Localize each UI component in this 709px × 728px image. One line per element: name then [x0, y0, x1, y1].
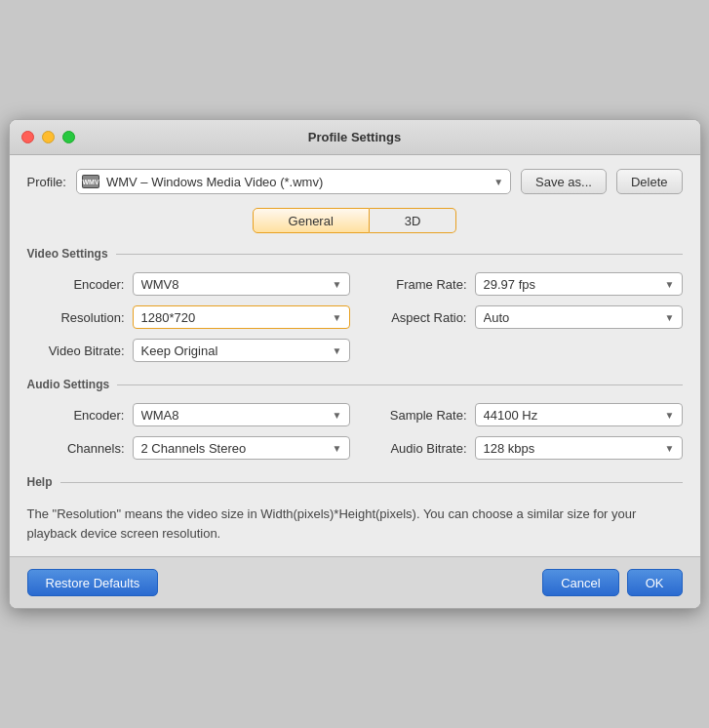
profile-dropdown[interactable]: WMV – Windows Media Video (*.wmv): [76, 169, 511, 194]
audio-bitrate-dropdown[interactable]: 128 kbps: [475, 436, 683, 460]
video-settings-title: Video Settings: [27, 247, 108, 261]
audio-settings-section: Audio Settings Encoder: WMA8 ▼ Sample: [27, 378, 683, 460]
encoder-field-row: Encoder: WMV8 ▼: [37, 272, 350, 296]
traffic-lights: [21, 131, 75, 143]
audio-encoder-select-wrapper: WMA8 ▼: [133, 403, 350, 426]
audio-encoder-label: Encoder:: [37, 408, 125, 423]
channels-label: Channels:: [37, 441, 125, 456]
profile-label: Profile:: [27, 175, 66, 189]
audio-encoder-field-row: Encoder: WMA8 ▼: [37, 403, 350, 426]
aspect-ratio-field-row: Aspect Ratio: Auto ▼: [370, 305, 683, 329]
delete-button[interactable]: Delete: [616, 169, 683, 194]
resolution-field-row: Resolution: ▼: [37, 305, 350, 329]
tabs-row: General 3D: [27, 208, 683, 233]
encoder-dropdown[interactable]: WMV8: [133, 272, 350, 296]
resolution-input[interactable]: [133, 305, 350, 329]
sample-rate-select-wrapper: 44100 Hz ▼: [475, 403, 683, 426]
footer-right-buttons: Cancel OK: [542, 569, 682, 596]
frame-rate-dropdown[interactable]: 29.97 fps: [475, 272, 683, 296]
profile-select-wrapper: WMV WMV – Windows Media Video (*.wmv) ▼: [76, 169, 511, 194]
video-bitrate-dropdown[interactable]: Keep Original: [133, 339, 350, 362]
resolution-input-wrapper: ▼: [133, 305, 350, 329]
resolution-label: Resolution:: [37, 310, 125, 325]
video-settings-section: Video Settings Encoder: WMV8 ▼ Frame: [27, 247, 683, 362]
save-as-button[interactable]: Save as...: [521, 169, 607, 194]
profile-settings-window: Profile Settings Profile: WMV WMV – Wind…: [9, 119, 701, 609]
sample-rate-label: Sample Rate:: [370, 408, 467, 423]
frame-rate-field-row: Frame Rate: 29.97 fps ▼: [370, 272, 683, 296]
audio-settings-header: Audio Settings: [27, 378, 683, 391]
ok-button[interactable]: OK: [627, 569, 683, 596]
minimize-button[interactable]: [42, 131, 55, 143]
tab-3d[interactable]: 3D: [370, 208, 457, 233]
video-bitrate-select-wrapper: Keep Original ▼: [133, 339, 350, 362]
close-button[interactable]: [21, 131, 34, 143]
frame-rate-select-wrapper: 29.97 fps ▼: [475, 272, 683, 296]
encoder-select-wrapper: WMV8 ▼: [133, 272, 350, 296]
channels-field-row: Channels: 2 Channels Stereo ▼: [37, 436, 350, 460]
aspect-ratio-label: Aspect Ratio:: [370, 310, 467, 325]
help-title: Help: [27, 475, 53, 489]
profile-row: Profile: WMV WMV – Windows Media Video (…: [27, 169, 683, 194]
sample-rate-dropdown[interactable]: 44100 Hz: [475, 403, 683, 426]
maximize-button[interactable]: [62, 131, 75, 143]
audio-settings-title: Audio Settings: [27, 378, 110, 391]
encoder-label: Encoder:: [37, 277, 125, 292]
frame-rate-label: Frame Rate:: [370, 277, 467, 292]
footer: Restore Defaults Cancel OK: [10, 556, 700, 608]
help-section: Help The "Resolution" means the video si…: [27, 475, 683, 556]
video-settings-line: [116, 254, 683, 255]
wmv-icon: WMV: [82, 175, 99, 188]
audio-encoder-dropdown[interactable]: WMA8: [133, 403, 350, 426]
main-content: Profile: WMV WMV – Windows Media Video (…: [10, 155, 700, 556]
channels-select-wrapper: 2 Channels Stereo ▼: [133, 436, 350, 460]
titlebar: Profile Settings: [10, 120, 700, 155]
svg-text:WMV: WMV: [82, 179, 98, 185]
audio-settings-grid: Encoder: WMA8 ▼ Sample Rate: 44100 Hz: [27, 403, 683, 460]
video-bitrate-field-row: Video Bitrate: Keep Original ▼: [37, 339, 350, 362]
help-header: Help: [27, 475, 683, 489]
audio-bitrate-label: Audio Bitrate:: [370, 441, 467, 456]
video-bitrate-label: Video Bitrate:: [37, 344, 125, 358]
cancel-button[interactable]: Cancel: [542, 569, 618, 596]
audio-bitrate-select-wrapper: 128 kbps ▼: [475, 436, 683, 460]
audio-bitrate-field-row: Audio Bitrate: 128 kbps ▼: [370, 436, 683, 460]
audio-settings-line: [117, 384, 682, 385]
video-settings-header: Video Settings: [27, 247, 683, 261]
restore-defaults-button[interactable]: Restore Defaults: [27, 569, 159, 596]
sample-rate-field-row: Sample Rate: 44100 Hz ▼: [370, 403, 683, 426]
aspect-ratio-select-wrapper: Auto ▼: [475, 305, 683, 329]
video-settings-grid: Encoder: WMV8 ▼ Frame Rate: 29.97 fps: [27, 272, 683, 362]
aspect-ratio-dropdown[interactable]: Auto: [475, 305, 683, 329]
help-line: [60, 482, 683, 483]
tab-general[interactable]: General: [253, 208, 370, 233]
window-title: Profile Settings: [308, 130, 401, 144]
channels-dropdown[interactable]: 2 Channels Stereo: [133, 436, 350, 460]
help-text: The "Resolution" means the video size in…: [27, 501, 683, 556]
